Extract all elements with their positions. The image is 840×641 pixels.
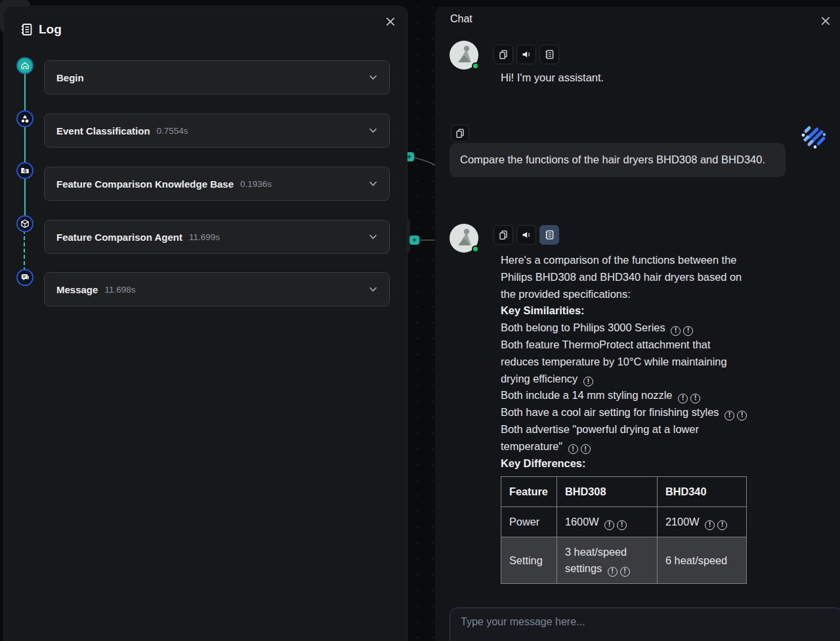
citation-icon[interactable]: !: [617, 520, 627, 530]
citation-icon[interactable]: !: [678, 394, 688, 403]
log-step-begin[interactable]: Begin: [44, 60, 390, 94]
log-icon: [544, 230, 555, 240]
table-cell: 1600W !!: [557, 507, 658, 537]
cube-icon: [20, 219, 30, 228]
citation-icon[interactable]: !: [581, 444, 591, 454]
copy-icon: [498, 230, 509, 240]
differences-heading: Key Differences:: [501, 455, 748, 472]
log-icon: [544, 49, 555, 60]
close-icon: [385, 16, 396, 27]
table-cell: 6 heat/speed: [658, 537, 747, 584]
log-panel-title: Log: [39, 22, 62, 37]
assistant-message-body: Here's a comparison of the functions bet…: [501, 252, 748, 584]
online-status-dot: [472, 62, 479, 70]
citation-icon[interactable]: !: [683, 326, 693, 336]
user-message-text: Compare the functions of the hair dryers…: [460, 154, 765, 165]
table-cell: 3 heat/speed settings !!: [557, 537, 658, 584]
log-panel-header: Log: [20, 22, 62, 37]
log-step-message[interactable]: Message 11.698s: [44, 272, 390, 306]
table-row-highlighted: Setting 3 heat/speed settings !! 6 heat/…: [501, 537, 747, 584]
sound-icon: [521, 230, 532, 240]
copy-button[interactable]: [494, 225, 513, 245]
brand-logo: [800, 123, 828, 151]
step-icon-begin: [16, 57, 33, 74]
notebook-icon: [20, 23, 33, 36]
home-icon: [20, 61, 30, 70]
similarity-item: Both include a 14 mm styling nozzle !!: [501, 387, 748, 404]
step-label: Message: [56, 284, 98, 295]
copy-button[interactable]: [451, 125, 469, 142]
message-actions: [494, 225, 559, 245]
citation-icon[interactable]: !: [724, 411, 734, 421]
message-actions: [494, 45, 559, 64]
chevron-down-icon[interactable]: [369, 75, 377, 80]
similarities-heading: Key Similarities:: [501, 302, 748, 320]
chevron-down-icon[interactable]: [369, 234, 377, 239]
read-aloud-button[interactable]: [516, 225, 536, 245]
assistant-avatar: [450, 224, 478, 253]
copy-icon: [455, 128, 465, 138]
citation-icon[interactable]: !: [717, 520, 727, 530]
copy-button[interactable]: [494, 45, 513, 64]
step-label: Feature Comparison Agent: [56, 232, 182, 243]
step-icon-knowledge-base: [16, 162, 33, 179]
table-row: Power 1600W !! 2100W !!: [501, 507, 747, 537]
step-label: Begin: [56, 72, 84, 83]
table-header-feature: Feature: [501, 477, 557, 507]
chevron-down-icon[interactable]: [369, 128, 377, 133]
step-icon-message: [16, 269, 33, 286]
table-header-bhd308: BHD308: [557, 477, 658, 507]
similarity-item: Both feature ThermoProtect attachment th…: [501, 337, 748, 387]
chat-bubbles-icon: [20, 273, 30, 282]
table-cell: Power: [501, 507, 557, 537]
chevron-down-icon[interactable]: [369, 287, 377, 292]
similarity-item: Both have a cool air setting for finishi…: [501, 404, 748, 421]
citation-icon[interactable]: !: [690, 394, 700, 403]
table-cell: 2100W !!: [658, 507, 747, 537]
step-duration: 11.698s: [104, 285, 135, 295]
comparison-intro: Here's a comparison of the functions bet…: [501, 252, 748, 302]
comparison-table: Feature BHD308 BHD340 Power 1600W !! 210…: [501, 476, 747, 584]
chat-panel: Chat: [435, 7, 840, 641]
online-status-dot: [472, 245, 479, 253]
step-duration: 11.699s: [189, 232, 220, 242]
similarity-item: Both advertise "powerful drying at a low…: [501, 421, 748, 455]
similarity-item: Both belong to Philips 3000 Series !!: [501, 320, 748, 337]
step-duration: 0.7554s: [157, 126, 188, 136]
citation-icon[interactable]: !: [583, 377, 593, 386]
citation-icon[interactable]: !: [568, 444, 578, 454]
step-duration: 0.1936s: [240, 179, 272, 189]
node-port-handle[interactable]: +: [410, 236, 419, 245]
citation-icon[interactable]: !: [620, 567, 630, 577]
chat-panel-title: Chat: [450, 13, 472, 25]
citation-icon[interactable]: !: [608, 567, 618, 577]
log-step-knowledge-base[interactable]: Feature Comparison Knowledge Base 0.1936…: [44, 167, 390, 201]
citation-icon[interactable]: !: [705, 520, 715, 530]
step-icon-event-classification: [16, 110, 33, 127]
chat-input[interactable]: [450, 608, 840, 641]
log-step-event-classification[interactable]: Event Classification 0.7554s: [44, 114, 390, 148]
log-button-active[interactable]: [539, 225, 559, 245]
step-label: Feature Comparison Knowledge Base: [56, 178, 234, 190]
citation-icon[interactable]: !: [671, 326, 681, 336]
plus-icon: +: [407, 153, 411, 161]
read-aloud-button[interactable]: [516, 45, 536, 64]
classification-icon: [20, 114, 30, 123]
chat-close-button[interactable]: [820, 15, 831, 27]
step-icon-agent: [16, 215, 33, 232]
step-label: Event Classification: [56, 125, 150, 136]
sound-icon: [521, 49, 532, 60]
log-button[interactable]: [539, 45, 559, 64]
citation-icon[interactable]: !: [737, 411, 747, 421]
chevron-down-icon[interactable]: [369, 181, 377, 186]
assistant-avatar: [450, 41, 478, 70]
table-header-bhd340: BHD340: [658, 477, 747, 507]
table-header-row: Feature BHD308 BHD340: [501, 477, 747, 507]
citation-icon[interactable]: !: [604, 520, 614, 530]
plus-icon: +: [412, 236, 417, 244]
close-icon: [820, 16, 831, 26]
user-message-bubble: Compare the functions of the hair dryers…: [450, 143, 786, 177]
log-step-agent[interactable]: Feature Comparison Agent 11.699s: [44, 220, 390, 254]
log-close-button[interactable]: [385, 16, 396, 28]
table-cell: Setting: [501, 537, 557, 584]
